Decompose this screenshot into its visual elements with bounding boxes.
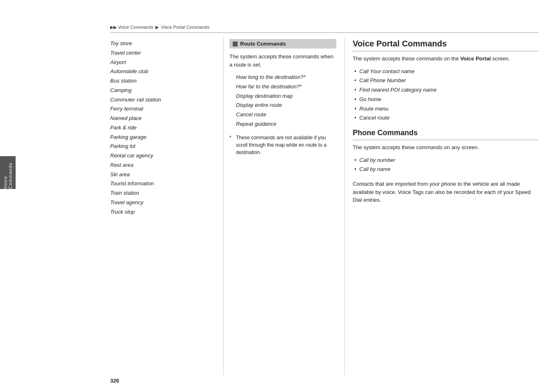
voice-portal-command-item: Find nearest POI category name	[353, 85, 539, 95]
route-command-item: How far to the destination?*	[236, 82, 336, 92]
poi-list-item: Camping	[110, 86, 217, 95]
voice-portal-command-item: Call Phone Number	[353, 76, 539, 85]
route-commands-list: How long to the destination?*How far to …	[236, 73, 336, 129]
poi-list-item: Automobile club	[110, 67, 217, 76]
voice-portal-command-item: Route menu	[353, 104, 539, 114]
poi-list-item: Parking lot	[110, 142, 217, 151]
poi-list-item: Park & ride	[110, 123, 217, 133]
phone-command-item: Call by number	[353, 156, 539, 165]
route-commands-header: Route Commands	[229, 39, 336, 48]
poi-list-item: Travel center	[110, 48, 217, 58]
route-commands-intro: The system accepts these commands when a…	[229, 53, 336, 69]
sidebar-label: Voice Commands	[3, 156, 13, 189]
poi-list-item: Commuter rail station	[110, 95, 217, 105]
voice-portal-command-item: Go home	[353, 95, 539, 104]
poi-list-item: Toy store	[110, 39, 217, 48]
phone-commands-intro: The system accepts these commands on any…	[353, 143, 539, 152]
voice-portal-intro-plain: The system accepts these commands on the	[353, 55, 460, 62]
breadcrumb-arrow2: ▶	[155, 25, 159, 30]
voice-portal-intro-bold: Voice Portal	[460, 55, 491, 62]
phone-commands-body: Contacts that are imported from your pho…	[353, 180, 539, 204]
breadcrumb-part2: Voice Portal Commands	[161, 25, 209, 30]
poi-list-item: Parking garage	[110, 133, 217, 142]
breadcrumb-part1: Voice Commands	[118, 25, 153, 30]
route-command-item: How long to the destination?*	[236, 73, 336, 82]
phone-command-item: Call by name	[353, 165, 539, 174]
voice-portal-title: Voice Portal Commands	[353, 39, 539, 51]
voice-portal-command-item: Call Your contact name	[353, 67, 539, 76]
breadcrumb-arrows: ▶▶	[110, 25, 117, 30]
route-commands-footnote: * These commands are not available if yo…	[229, 134, 336, 156]
voice-portal-command-item: Cancel route	[353, 113, 539, 123]
sidebar-tab: Voice Commands	[0, 156, 16, 189]
divider-right	[345, 37, 345, 376]
footnote-star: *	[229, 134, 231, 141]
poi-list-item: Bus station	[110, 76, 217, 86]
poi-list-item: Train station	[110, 189, 217, 198]
right-column: Voice Portal Commands The system accepts…	[353, 39, 539, 204]
voice-portal-intro-end: screen.	[491, 55, 510, 62]
poi-list-item: Travel agency	[110, 198, 217, 208]
poi-list: Toy storeTravel centerAirportAutomobile …	[110, 39, 217, 217]
voice-portal-commands-list: Call Your contact nameCall Phone NumberF…	[353, 67, 539, 123]
page-number: 326	[110, 378, 119, 384]
route-commands-title: Route Commands	[240, 41, 286, 47]
poi-list-item: Truck stop	[110, 208, 217, 217]
poi-list-item: Rest area	[110, 161, 217, 170]
phone-commands-list: Call by numberCall by name	[353, 156, 539, 175]
poi-list-item: Ski area	[110, 170, 217, 180]
poi-list-item: Tourist information	[110, 179, 217, 189]
divider-left	[223, 37, 224, 376]
phone-commands-title: Phone Commands	[353, 129, 539, 140]
poi-list-item: Rental car agency	[110, 151, 217, 161]
breadcrumb: ▶▶ Voice Commands ▶ Voice Portal Command…	[110, 25, 539, 33]
poi-list-item: Named place	[110, 114, 217, 123]
voice-portal-intro: The system accepts these commands on the…	[353, 55, 539, 63]
route-command-item: Cancel route	[236, 110, 336, 120]
route-command-item: Display destination map	[236, 92, 336, 101]
route-command-item: Repeat guidance	[236, 120, 336, 129]
header-square-icon	[233, 42, 238, 46]
main-content: ▶▶ Voice Commands ▶ Voice Portal Command…	[16, 0, 555, 392]
poi-list-item: Airport	[110, 58, 217, 67]
poi-list-container: Toy storeTravel centerAirportAutomobile …	[110, 39, 217, 217]
route-command-item: Display entire route	[236, 101, 336, 110]
footnote-text: These commands are not available if you …	[236, 135, 326, 155]
poi-list-item: Ferry terminal	[110, 104, 217, 114]
route-commands-section: Route Commands The system accepts these …	[229, 39, 336, 156]
